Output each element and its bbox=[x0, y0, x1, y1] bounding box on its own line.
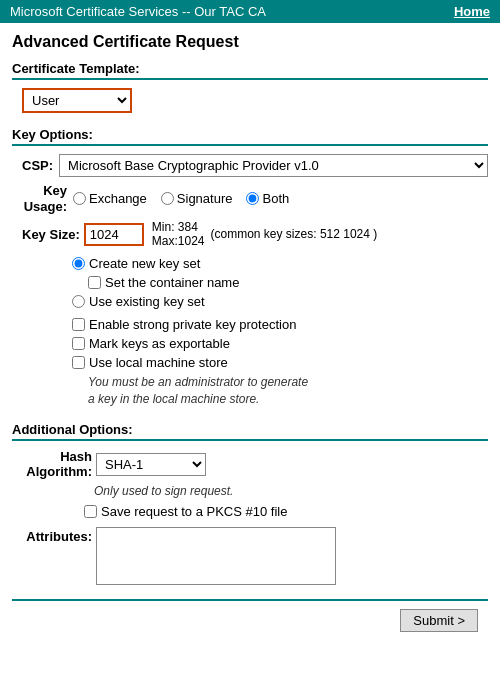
key-usage-row: KeyUsage: Exchange Signature Both bbox=[22, 183, 488, 214]
page-title: Advanced Certificate Request bbox=[12, 33, 488, 51]
key-usage-exchange[interactable]: Exchange bbox=[73, 191, 147, 206]
attributes-label: Attributes: bbox=[22, 527, 92, 544]
key-usage-both[interactable]: Both bbox=[246, 191, 289, 206]
cert-template-section: Certificate Template: User Administrator… bbox=[12, 61, 488, 113]
key-size-1024-link[interactable]: 1024 bbox=[343, 227, 370, 241]
mark-keys-exportable-checkbox[interactable] bbox=[72, 337, 85, 350]
mark-keys-exportable-row: Mark keys as exportable bbox=[22, 336, 488, 351]
key-usage-exchange-radio[interactable] bbox=[73, 192, 86, 205]
key-usage-both-radio[interactable] bbox=[246, 192, 259, 205]
key-usage-options: Exchange Signature Both bbox=[73, 191, 289, 206]
key-set-section: Create new key set Set the container nam… bbox=[22, 256, 488, 309]
hash-algorithm-row: HashAlgorithm: SHA-1 MD5 SHA-256 bbox=[12, 449, 488, 480]
set-container-name-label: Set the container name bbox=[105, 275, 239, 290]
hash-algorithm-label: HashAlgorithm: bbox=[22, 449, 92, 480]
key-options-label: Key Options: bbox=[12, 127, 488, 146]
enable-strong-protection-label: Enable strong private key protection bbox=[89, 317, 296, 332]
attributes-row: Attributes: bbox=[12, 527, 488, 585]
key-usage-label: KeyUsage: bbox=[22, 183, 67, 214]
main-content: Advanced Certificate Request Certificate… bbox=[0, 23, 500, 642]
enable-strong-protection-row: Enable strong private key protection bbox=[22, 317, 488, 332]
additional-options-section: Additional Options: HashAlgorithm: SHA-1… bbox=[12, 422, 488, 585]
csp-label: CSP: bbox=[22, 158, 53, 173]
key-options-section: Key Options: CSP: Microsoft Base Cryptog… bbox=[12, 127, 488, 408]
additional-options-label: Additional Options: bbox=[12, 422, 488, 441]
hash-algorithm-select[interactable]: SHA-1 MD5 SHA-256 bbox=[96, 453, 206, 476]
key-usage-signature[interactable]: Signature bbox=[161, 191, 233, 206]
set-container-name-checkbox[interactable] bbox=[88, 276, 101, 289]
certificate-template-select[interactable]: User Administrator Machine bbox=[22, 88, 132, 113]
key-size-input[interactable] bbox=[84, 223, 144, 246]
use-existing-key-set-radio[interactable] bbox=[72, 295, 85, 308]
save-pkcs-label: Save request to a PKCS #10 file bbox=[101, 504, 287, 519]
create-new-key-set-label: Create new key set bbox=[89, 256, 200, 271]
key-size-512-link[interactable]: 512 bbox=[320, 227, 340, 241]
key-usage-exchange-label: Exchange bbox=[89, 191, 147, 206]
use-local-machine-checkbox[interactable] bbox=[72, 356, 85, 369]
submit-button[interactable]: Submit > bbox=[400, 609, 478, 632]
use-local-machine-row: Use local machine store bbox=[22, 355, 488, 370]
save-pkcs-checkbox[interactable] bbox=[84, 505, 97, 518]
key-usage-signature-radio[interactable] bbox=[161, 192, 174, 205]
key-size-common: (common key sizes: 512 1024 ) bbox=[211, 227, 378, 241]
header: Microsoft Certificate Services -- Our TA… bbox=[0, 0, 500, 23]
attributes-textarea[interactable] bbox=[96, 527, 336, 585]
home-link[interactable]: Home bbox=[454, 4, 490, 19]
cert-template-row: User Administrator Machine bbox=[12, 88, 488, 113]
csp-row: CSP: Microsoft Base Cryptographic Provid… bbox=[22, 154, 488, 177]
key-size-row: Key Size: Min: 384Max:1024 (common key s… bbox=[22, 220, 488, 248]
local-machine-note: You must be an administrator to generate… bbox=[22, 374, 488, 408]
key-usage-both-label: Both bbox=[262, 191, 289, 206]
set-container-name-row: Set the container name bbox=[72, 275, 488, 290]
use-existing-key-set-row: Use existing key set bbox=[72, 294, 488, 309]
cert-template-label: Certificate Template: bbox=[12, 61, 488, 80]
key-options-inner: CSP: Microsoft Base Cryptographic Provid… bbox=[12, 154, 488, 408]
hash-note: Only used to sign request. bbox=[12, 484, 488, 498]
use-existing-key-set-label: Use existing key set bbox=[89, 294, 205, 309]
mark-keys-exportable-label: Mark keys as exportable bbox=[89, 336, 230, 351]
local-machine-note-line1: You must be an administrator to generate bbox=[88, 375, 308, 389]
create-new-key-set-row: Create new key set bbox=[72, 256, 488, 271]
header-subtitle: Certificate Services -- Our TAC CA bbox=[63, 4, 266, 19]
key-size-label: Key Size: bbox=[22, 227, 80, 242]
save-pkcs-row: Save request to a PKCS #10 file bbox=[12, 504, 488, 519]
submit-row: Submit > bbox=[12, 599, 488, 632]
key-size-hint: Min: 384Max:1024 bbox=[152, 220, 205, 248]
header-title: Microsoft Certificate Services -- Our TA… bbox=[10, 4, 266, 19]
local-machine-note-line2: a key in the local machine store. bbox=[88, 392, 259, 406]
header-brand: Microsoft bbox=[10, 4, 63, 19]
create-new-key-set-radio[interactable] bbox=[72, 257, 85, 270]
enable-strong-protection-checkbox[interactable] bbox=[72, 318, 85, 331]
csp-select[interactable]: Microsoft Base Cryptographic Provider v1… bbox=[59, 154, 488, 177]
use-local-machine-label: Use local machine store bbox=[89, 355, 228, 370]
key-usage-signature-label: Signature bbox=[177, 191, 233, 206]
